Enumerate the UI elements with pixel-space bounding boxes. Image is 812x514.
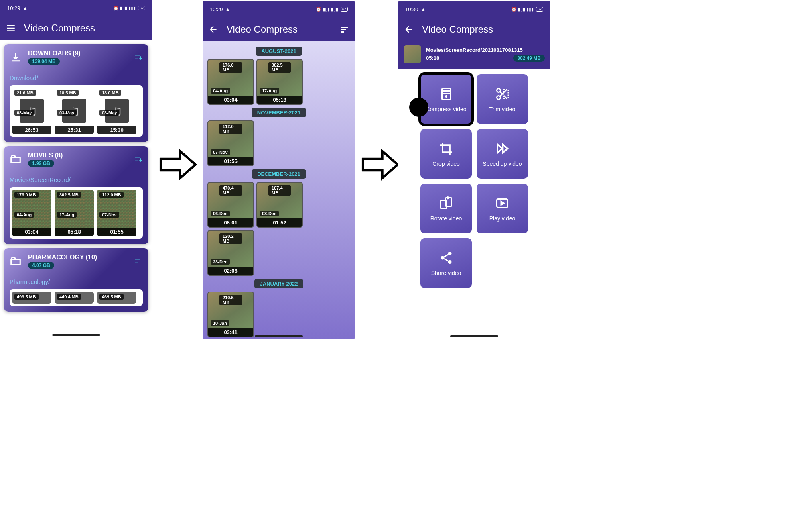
folder-size-badge: 4.07 GB — [28, 262, 54, 269]
folder-movies[interactable]: MOVIES (8) 1.92 GB Movies/ScreenRecord/ … — [4, 146, 148, 244]
fast-forward-icon — [494, 141, 510, 157]
video-grid: AUGUST-2021 176.0 MB 04-Aug 03:04 302.5 … — [203, 41, 355, 339]
home-indicator[interactable] — [52, 334, 100, 336]
folder-title: DOWNLOADS (9) — [28, 50, 128, 57]
svg-rect-14 — [341, 31, 344, 33]
file-thumb[interactable]: 449.4 MB — [55, 292, 94, 304]
folder-list: DOWNLOADS (9) 139.04 MB Download/ ♫ 21.6… — [0, 40, 152, 337]
sort-icon[interactable] — [339, 24, 349, 35]
svg-point-22 — [448, 252, 452, 255]
phone-screen-1: 10:29▲ ⏰ ▮▯▮ ▮▯▮ 67 Video Compress DOWNL… — [0, 0, 152, 337]
video-thumb-small — [404, 45, 421, 63]
app-title: Video Compress — [227, 24, 298, 35]
sort-icon[interactable] — [134, 53, 143, 62]
status-time: 10:29 — [7, 5, 20, 11]
file-thumb[interactable]: ♫ 18.5 MB 03-May 25:31 — [55, 88, 94, 134]
file-thumb[interactable]: 469.5 MB — [97, 292, 136, 304]
video-thumb[interactable]: 210.5 MB 10-Jan 03:41 — [207, 292, 254, 337]
video-thumb[interactable]: 107.4 MB 08-Dec 01:52 — [256, 182, 303, 228]
folder-size-badge: 1.92 GB — [28, 160, 54, 167]
video-thumb[interactable]: 470.4 MB 06-Dec 08:01 — [207, 182, 254, 228]
svg-rect-6 — [135, 157, 140, 158]
folder-icon — [10, 153, 22, 165]
video-thumb[interactable]: 112.0 MB 07-Nov 01:55 — [207, 120, 254, 166]
arrow-icon — [159, 149, 197, 181]
folder-title: PHARMACOLOGY (10) — [28, 254, 128, 261]
action-label: Rotate video — [430, 215, 462, 222]
arrow-icon — [361, 149, 400, 181]
folder-downloads[interactable]: DOWNLOADS (9) 139.04 MB Download/ ♫ 21.6… — [4, 44, 148, 142]
phone-screen-2: 10:29▲ ⏰ ▮▯▮ ▮▯▮ 67 Video Compress AUGUS… — [203, 1, 355, 339]
folder-pharmacology[interactable]: PHARMACOLOGY (10) 4.07 GB Pharmacology/ … — [4, 248, 148, 312]
status-bar: 10:29▲ ⏰ ▮▯▮ ▮▯▮ 67 — [203, 1, 355, 17]
action-label: Compress video — [426, 106, 466, 112]
svg-rect-13 — [341, 29, 346, 30]
svg-rect-7 — [135, 159, 139, 159]
file-thumb[interactable]: 302.5 MB 17-Aug 05:18 — [55, 190, 94, 236]
file-thumb[interactable]: 176.0 MB 04-Aug 03:04 — [12, 190, 51, 236]
action-label: Speed up video — [483, 161, 522, 167]
sort-icon[interactable] — [134, 155, 143, 164]
svg-rect-11 — [135, 263, 138, 263]
svg-rect-10 — [135, 261, 139, 261]
action-label: Share video — [431, 270, 461, 276]
status-icons: ⏰ ▮▯▮ ▮▯▮ 67 — [316, 7, 348, 12]
home-indicator[interactable] — [255, 335, 303, 337]
status-bar: 10:29▲ ⏰ ▮▯▮ ▮▯▮ 67 — [0, 0, 152, 16]
svg-rect-8 — [135, 161, 138, 161]
scissors-icon — [494, 86, 510, 102]
menu-icon[interactable] — [6, 23, 16, 33]
file-thumb[interactable]: ♫ 21.6 MB 03-May 26:53 — [12, 88, 51, 134]
play-video-button[interactable]: Play video — [477, 184, 528, 233]
back-icon[interactable] — [208, 24, 219, 35]
app-bar: Video Compress — [0, 16, 152, 40]
compress-video-button[interactable]: Compress video — [420, 74, 472, 124]
action-label: Play video — [489, 215, 516, 222]
folder-icon — [10, 255, 22, 267]
svg-point-17 — [497, 96, 501, 100]
svg-rect-4 — [135, 57, 139, 57]
home-indicator[interactable] — [450, 335, 498, 337]
warning-icon: ▲ — [23, 5, 28, 11]
video-info: Movies/ScreenRecord/20210817081315 05:18… — [398, 41, 550, 69]
share-video-button[interactable]: Share video — [420, 238, 472, 288]
folder-size-badge: 139.04 MB — [28, 58, 60, 65]
app-bar: Video Compress — [398, 17, 550, 41]
video-path: Movies/ScreenRecord/20210817081315 — [426, 47, 545, 53]
status-time: 10:30 — [405, 6, 418, 12]
back-icon[interactable] — [404, 24, 414, 35]
crop-video-button[interactable]: Crop video — [420, 129, 472, 179]
rotate-icon — [438, 195, 454, 211]
status-icons: ⏰ ▮▯▮ ▮▯▮ 67 — [511, 7, 543, 12]
rotate-video-button[interactable]: Rotate video — [420, 184, 472, 233]
app-title: Video Compress — [24, 22, 95, 34]
tap-indicator — [409, 98, 428, 117]
file-thumb[interactable]: ♫ 13.0 MB 03-May 15:30 — [97, 88, 136, 134]
video-duration: 05:18 — [426, 55, 439, 61]
date-header: JANUARY-2022 — [254, 279, 304, 288]
video-thumb[interactable]: 176.0 MB 04-Aug 03:04 — [207, 59, 254, 105]
compress-icon — [438, 86, 454, 102]
folder-path: Movies/ScreenRecord/ — [10, 176, 143, 183]
share-icon — [438, 250, 454, 266]
app-title: Video Compress — [422, 24, 493, 35]
file-thumb[interactable]: 493.5 MB — [12, 292, 51, 304]
video-thumb[interactable]: 302.5 MB 17-Aug 05:18 — [256, 59, 303, 105]
svg-point-23 — [441, 256, 445, 260]
svg-point-16 — [497, 89, 501, 92]
svg-rect-3 — [135, 55, 140, 56]
warning-icon: ▲ — [225, 6, 231, 12]
file-thumb[interactable]: 112.0 MB 07-Nov 01:55 — [97, 190, 136, 236]
folder-title: MOVIES (8) — [28, 152, 128, 159]
speed-up-video-button[interactable]: Speed up video — [477, 129, 528, 179]
date-header: NOVEMBER-2021 — [252, 108, 306, 117]
folder-path: Pharmacology/ — [10, 278, 143, 285]
warning-icon: ▲ — [421, 6, 426, 12]
svg-rect-9 — [135, 259, 140, 260]
video-thumb[interactable]: 120.2 MB 23-Dec 02:06 — [207, 230, 254, 276]
sort-icon[interactable] — [134, 257, 143, 266]
trim-video-button[interactable]: Trim video — [477, 74, 528, 124]
video-size-badge: 302.49 MB — [513, 55, 545, 62]
action-label: Crop video — [432, 161, 460, 167]
svg-rect-5 — [135, 59, 138, 59]
